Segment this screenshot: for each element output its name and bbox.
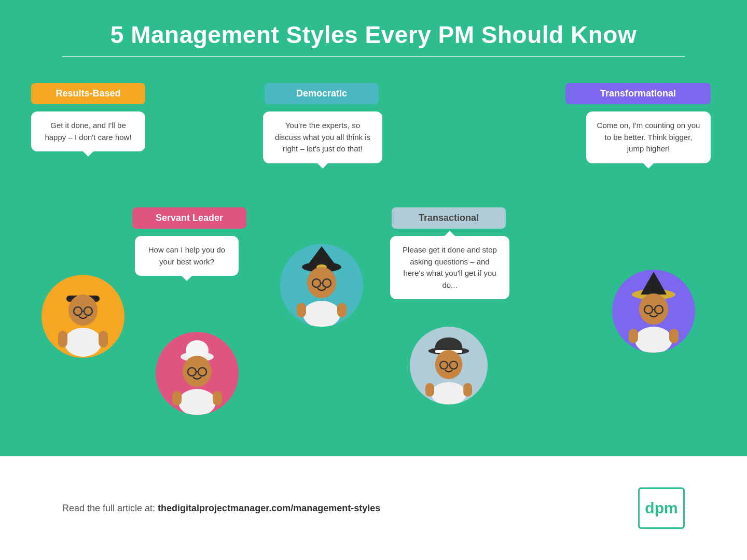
main-background: 5 Management Styles Every PM Should Know… <box>0 0 747 456</box>
bubble-democratic: You're the experts, so discuss what you … <box>263 111 382 163</box>
footer-url: thedigitalprojectmanager.com/management-… <box>158 503 380 513</box>
svg-rect-6 <box>58 331 67 347</box>
bubble-transformational: Come on, I'm counting on you to be bette… <box>586 111 711 163</box>
svg-rect-16 <box>297 303 306 317</box>
svg-marker-9 <box>306 246 337 267</box>
svg-rect-26 <box>669 329 679 343</box>
footer-text: Read the full article at: thedigitalproj… <box>62 503 380 514</box>
svg-point-5 <box>64 328 102 357</box>
badge-results: Results-Based <box>31 83 145 104</box>
character-servant <box>156 332 239 415</box>
bubble-servant: How can I help you do your best work? <box>135 236 239 276</box>
svg-point-1 <box>68 295 98 326</box>
svg-rect-35 <box>213 391 222 405</box>
svg-rect-25 <box>629 329 638 343</box>
svg-rect-34 <box>172 391 182 405</box>
character-transactional <box>410 327 488 404</box>
svg-rect-17 <box>337 303 347 317</box>
title-divider <box>62 56 685 57</box>
svg-rect-7 <box>99 331 108 347</box>
badge-transformational: Transformational <box>565 83 711 104</box>
svg-point-24 <box>635 327 672 353</box>
title-section: 5 Management Styles Every PM Should Know <box>0 0 747 67</box>
character-results <box>42 275 125 358</box>
svg-rect-44 <box>425 383 434 397</box>
svg-rect-45 <box>463 383 472 397</box>
svg-marker-19 <box>641 272 667 295</box>
bubble-transactional: Please get it done and stop asking quest… <box>390 236 509 299</box>
svg-point-43 <box>431 382 466 404</box>
svg-point-15 <box>303 301 340 327</box>
badge-democratic: Democratic <box>265 83 379 104</box>
dpm-logo: dpm <box>638 487 685 529</box>
character-democratic <box>280 244 363 327</box>
dpm-text: dpm <box>645 499 677 517</box>
bubble-results: Get it done, and I'll be happy – I don't… <box>31 111 145 151</box>
svg-point-33 <box>178 389 216 415</box>
character-transformational <box>612 270 695 353</box>
content-area: Results-Based Get it done, and I'll be h… <box>0 73 747 446</box>
badge-servant: Servant Leader <box>132 207 246 229</box>
page-title: 5 Management Styles Every PM Should Know <box>0 21 747 49</box>
footer: Read the full article at: thedigitalproj… <box>0 456 747 560</box>
